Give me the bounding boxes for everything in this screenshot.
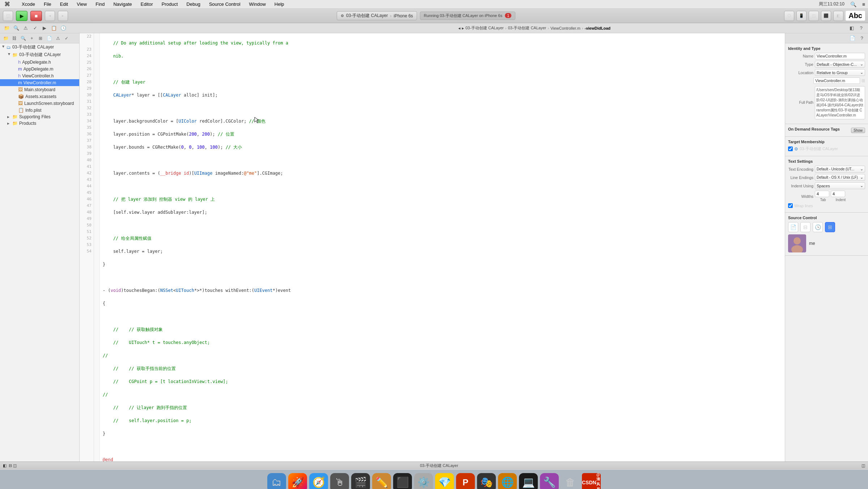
source-blame-btn[interactable]: ⊞	[825, 222, 835, 232]
forward-btn[interactable]: ▸	[58, 11, 68, 21]
sidebar-item-supporting-files[interactable]: ▶ 📁 Supporting Files	[0, 114, 79, 120]
menu-edit[interactable]: Edit	[59, 1, 69, 7]
code-editor[interactable]: 22 23 24 25 26 27 28 29 30 31 32 33 34 3…	[80, 33, 785, 462]
sidebar-sort-btn[interactable]: ⊞	[37, 35, 44, 42]
code-area[interactable]: // Do any additional setup after loading…	[100, 33, 785, 462]
menu-navigate[interactable]: Navigate	[112, 1, 133, 7]
folder-icon-btn[interactable]: 📁	[3, 24, 11, 32]
apple-menu[interactable]: ⌘	[3, 1, 12, 8]
sidebar-doc-btn[interactable]: 📄	[46, 35, 53, 42]
debug-btn[interactable]: ⬛	[821, 11, 831, 21]
dock-icon-csdn[interactable]: CSDN@清风居	[582, 473, 601, 489]
back-btn[interactable]: ◂	[45, 11, 55, 21]
target-checkbox[interactable]	[788, 146, 793, 151]
dock-icon-trash[interactable]: 🗑	[561, 473, 580, 489]
inspector-type-value[interactable]: Default - Objective-C... ⌄	[815, 61, 865, 68]
search-icon[interactable]: 🔍	[850, 1, 856, 7]
menu-source-control[interactable]: Source Control	[208, 1, 242, 7]
sidebar-item-viewcontroller-h[interactable]: h ViewController.h	[0, 72, 79, 79]
menu-help[interactable]: Help	[273, 1, 286, 7]
inspector-name-value[interactable]: ViewController.m	[815, 53, 865, 59]
inspector-text-section: Text Settings Text Encoding Default - Un…	[785, 156, 868, 213]
sidebar-item-appdelegate-h[interactable]: h AppDelegate.h	[0, 59, 79, 65]
breadcrumb-item-3[interactable]: ViewController.m	[550, 26, 580, 30]
menu-find[interactable]: Find	[94, 1, 106, 7]
menu-window[interactable]: Window	[248, 1, 267, 7]
encoding-value[interactable]: Default - Unicode (UT... ⌄	[815, 166, 865, 173]
sidebar-item-root[interactable]: ▶ 🗂 03-手动创建 CALayer	[0, 43, 79, 51]
breadcrumb-item-4[interactable]: -viewDidLoad	[585, 26, 611, 30]
indent-value[interactable]: Spaces ⌄	[815, 182, 865, 189]
status-toggle-btn[interactable]: ◧	[3, 463, 7, 468]
sidebar-item-appdelegate-m[interactable]: m AppDelegate.m	[0, 65, 79, 72]
inspector-location-value[interactable]: Relative to Group ⌄	[815, 69, 865, 76]
report-btn[interactable]: 📋	[50, 24, 58, 32]
dock-icon-browser[interactable]: 🌐	[498, 473, 517, 489]
source-history-btn[interactable]: 🕓	[813, 222, 823, 232]
wrap-checkbox[interactable]	[788, 203, 793, 208]
dock-icon-tool[interactable]: 🔧	[540, 473, 559, 489]
dock-icon-movie[interactable]: 🎭	[477, 473, 496, 489]
status-right-toggle[interactable]: ◫	[861, 463, 865, 468]
dock-icon-sketch[interactable]: 💎	[435, 473, 454, 489]
indent-width-input[interactable]	[831, 191, 845, 197]
sidebar-item-main-storyboard[interactable]: 🖼 Main.storyboard	[0, 86, 79, 93]
stop-button[interactable]: ■	[30, 11, 42, 21]
warning-btn[interactable]: ⚠	[22, 24, 30, 32]
sidebar-test-btn[interactable]: ✓	[63, 35, 70, 42]
sidebar-filter-btn[interactable]: 🔍	[20, 35, 27, 42]
scheme-selector[interactable]: ⚙ 03-手动创建 CALayer › iPhone 6s	[337, 11, 417, 20]
menu-debug[interactable]: Debug	[185, 1, 202, 7]
breadcrumb-back[interactable]: ◂	[458, 26, 460, 31]
dock-icon-terminal[interactable]: ⬛	[393, 473, 412, 489]
sidebar-chain-btn[interactable]: ⛓	[11, 35, 18, 42]
dock-icon-cursor[interactable]: 🖱	[330, 473, 349, 489]
sidebar-item-assets[interactable]: 📦 Assets.xcassets	[0, 93, 79, 100]
dock-icon-pencil[interactable]: ✏️	[372, 473, 391, 489]
source-compare-btn[interactable]: ⊟	[800, 222, 810, 232]
menu-icon[interactable]: ≡	[862, 1, 865, 7]
show-button[interactable]: Show	[851, 128, 865, 133]
debug-nav-btn[interactable]: ▶	[41, 24, 48, 32]
inspector-toggle-btn[interactable]: ◧	[848, 24, 856, 32]
sidebar-issue-btn[interactable]: ⚠	[54, 35, 61, 42]
dock-icon-video[interactable]: 🎬	[351, 473, 370, 489]
inspector-file-btn[interactable]: 📄	[848, 34, 856, 42]
sidebar-item-info-plist[interactable]: 📋 Info.plist	[0, 107, 79, 114]
sidebar-item-viewcontroller-m[interactable]: m ViewController.m	[0, 79, 79, 86]
simulator-btn[interactable]: 📱	[796, 11, 807, 21]
source-new-file-btn[interactable]: 📄	[788, 222, 798, 232]
menu-file[interactable]: File	[42, 1, 53, 7]
quick-help-btn[interactable]: ?	[857, 24, 865, 32]
dock-icon-safari[interactable]: 🧭	[309, 473, 328, 489]
reveal-in-finder-btn[interactable]: ⊞	[861, 78, 865, 83]
sidebar-add-btn[interactable]: +	[28, 35, 35, 42]
menu-xcode[interactable]: Xcode	[20, 1, 37, 7]
tab-width-input[interactable]	[815, 191, 829, 197]
menu-editor[interactable]: Editor	[139, 1, 154, 7]
breadcrumb-item-2[interactable]: 03-手动创建 CALayer	[508, 25, 546, 31]
breakpoint-btn[interactable]: ⬡	[784, 11, 794, 21]
breadcrumb-forward[interactable]: ▸	[462, 26, 464, 31]
menu-view[interactable]: View	[75, 1, 88, 7]
history-btn[interactable]: 🕓	[59, 24, 67, 32]
dock-icon-shell[interactable]: 💻	[519, 473, 538, 489]
endings-value[interactable]: Default - OS X / Unix (LF) ⌄	[815, 174, 865, 181]
sidebar-item-products[interactable]: ▶ 📁 Products	[0, 120, 79, 127]
dock-icon-launchpad[interactable]: 🚀	[288, 473, 307, 489]
breadcrumb-item-1[interactable]: 03-手动创建 CALayer	[465, 25, 504, 31]
navigator-btn[interactable]: ◫	[809, 11, 819, 21]
run-button[interactable]: ▶	[16, 11, 27, 21]
dock-icon-finder[interactable]: 🗂	[267, 473, 286, 489]
dock-icon-pp[interactable]: P	[456, 473, 475, 489]
test-btn[interactable]: ✓	[31, 24, 39, 32]
dock-icon-settings[interactable]: ⚙️	[414, 473, 433, 489]
sidebar-toggle-btn[interactable]: ◫	[3, 11, 13, 21]
menu-product[interactable]: Product	[160, 1, 179, 7]
magnifier-btn[interactable]: 🔍	[12, 24, 20, 32]
sidebar-folder-btn[interactable]: 📁	[2, 35, 9, 42]
utility-btn[interactable]: ◧	[833, 11, 843, 21]
sidebar-item-launch-storyboard[interactable]: 🖼 LaunchScreen.storyboard	[0, 100, 79, 107]
inspector-quick-help-btn[interactable]: ?	[858, 34, 866, 42]
sidebar-item-subroot[interactable]: ▶ 📁 03-手动创建 CALayer	[0, 51, 79, 59]
